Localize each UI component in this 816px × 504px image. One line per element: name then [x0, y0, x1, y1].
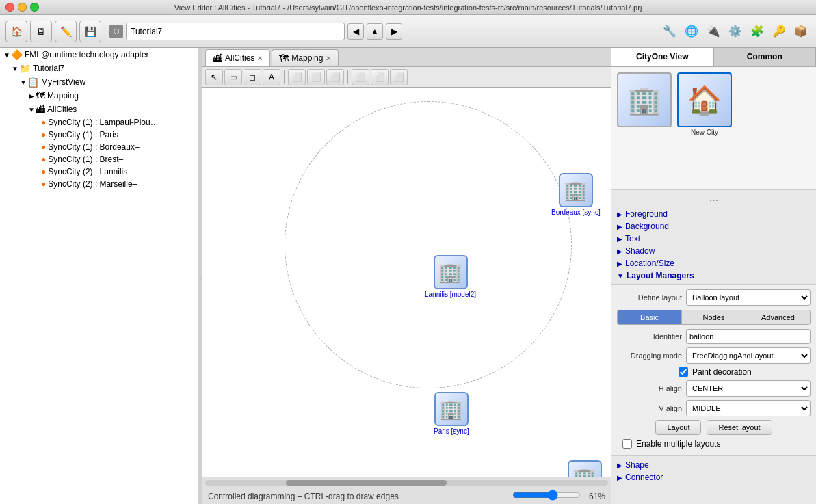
prop-connector[interactable]: ▶ Connector — [611, 471, 816, 483]
nav-back-button[interactable]: ◀ — [347, 23, 364, 40]
close-button[interactable] — [5, 3, 14, 12]
view-button[interactable]: 🖥 — [30, 21, 52, 42]
h-align-label: H align — [617, 384, 682, 393]
dragging-mode-select[interactable]: FreeDiaggingAndLayout — [686, 347, 811, 364]
prop-background[interactable]: ▶ Background — [611, 220, 816, 233]
preview-item-1[interactable]: 🏢 — [617, 72, 672, 127]
identifier-input[interactable] — [686, 329, 811, 344]
select2-tool-button[interactable]: ◻ — [244, 69, 261, 85]
tab-mapping[interactable]: 🗺 Mapping ✕ — [272, 49, 339, 66]
dist-v-button[interactable]: ⬜ — [371, 69, 389, 85]
rp-tab-cityoneview[interactable]: CityOne View — [611, 48, 714, 66]
rp-tab-common[interactable]: Common — [714, 48, 817, 66]
nav-forward-button[interactable]: ▶ — [386, 23, 402, 40]
canvas-scrollbar[interactable] — [202, 477, 611, 488]
tab-allcities-close[interactable]: ✕ — [257, 55, 263, 62]
mapping-icon: 🗺 — [36, 90, 45, 101]
v-align-select[interactable]: MIDDLE — [686, 400, 811, 416]
node-marseille[interactable]: 🏢 Marseille [model2] — [558, 460, 611, 477]
preview-item-2[interactable]: 🏠 — [677, 72, 732, 127]
plugin-icon-5[interactable]: 🧩 — [748, 22, 767, 41]
toolbar-separator-2 — [347, 70, 348, 84]
edit-button[interactable]: ✏️ — [55, 21, 77, 42]
enable-multiple-row: Enable multiple layouts — [617, 439, 811, 449]
prop-shadow[interactable]: ▶ Shadow — [611, 245, 816, 257]
tree-item-sync6[interactable]: ● SyncCity (2) : Marseille– — [0, 178, 198, 190]
dragging-mode-row: Dragging mode FreeDiaggingAndLayout — [617, 347, 811, 364]
lt-tab-nodes[interactable]: Nodes — [682, 310, 746, 324]
align-left-button[interactable]: ⬜ — [288, 69, 306, 85]
tab-allcities[interactable]: 🏙 AllCities ✕ — [205, 49, 270, 66]
dist-h-button[interactable]: ⬜ — [352, 69, 369, 85]
right-panel: CityOne View Common 🏢 🏠 New City ··· ▶ F… — [611, 48, 816, 504]
tree-item-sync3[interactable]: ● SyncCity (1) : Bordeaux– — [0, 141, 198, 153]
zoom-slider[interactable] — [512, 490, 581, 501]
plugin-icon-4[interactable]: ⚙️ — [726, 22, 745, 41]
diagram-canvas[interactable]: 🏢 Bordeaux [sync] 🏢 Brest [sync] 🏢 Lampa… — [202, 88, 611, 477]
prop-arrow-connector: ▶ — [617, 474, 622, 481]
v-align-label: V align — [617, 404, 682, 412]
select-tool-button[interactable]: ↖ — [205, 69, 223, 85]
v-align-row: V align MIDDLE — [617, 400, 811, 416]
tree-item-sync2[interactable]: ● SyncCity (1) : Paris– — [0, 129, 198, 141]
top-toolbar: 🏠 🖥 ✏️ 💾 ⬡ ◀ ▲ ▶ 🔧 🌐 🔌 ⚙️ 🧩 🔑 📦 — [0, 15, 816, 48]
plugin-icon-1[interactable]: 🔧 — [660, 22, 679, 41]
tree-item-label: SyncCity (2) : Marseille– — [48, 179, 137, 189]
prop-foreground[interactable]: ▶ Foreground — [611, 208, 816, 220]
tree-item-allcities[interactable]: ▼ 🏙 AllCities — [0, 103, 198, 116]
tree-item-tutorial7[interactable]: ▼ 📁 Tutorial7 — [0, 62, 198, 75]
plugin-icon-2[interactable]: 🌐 — [682, 22, 701, 41]
maximize-button[interactable] — [30, 3, 39, 12]
scroll-track[interactable] — [205, 480, 608, 486]
tree-item-myfirstview[interactable]: ▼ 📋 MyFirstView — [0, 75, 198, 89]
align-center-button[interactable]: ⬜ — [307, 69, 325, 85]
layout-button[interactable]: Layout — [655, 420, 701, 435]
tree-item-fml[interactable]: ▼ 🔶 FML@runtime technology adapter — [0, 48, 198, 62]
window-controls[interactable] — [5, 3, 39, 12]
paint-decoration-label: Paint decoration — [692, 367, 752, 377]
plugin-icon-6[interactable]: 🔑 — [769, 22, 789, 41]
h-align-select[interactable]: CENTER — [686, 380, 811, 397]
node-lannilis[interactable]: 🏢 Lannilis [model2] — [425, 255, 476, 298]
plugin-icon-7[interactable]: 📦 — [791, 22, 811, 41]
allcities-icon: 🏙 — [36, 104, 45, 115]
identifier-label: Identifier — [617, 332, 682, 341]
status-text: Controlled diagramming – CTRL-drag to dr… — [208, 492, 399, 501]
lt-tab-basic[interactable]: Basic — [618, 310, 682, 324]
dist-3-button[interactable]: ⬜ — [390, 69, 408, 85]
node-paris[interactable]: 🏢 Paris [sync] — [434, 392, 469, 435]
scroll-thumb[interactable] — [286, 480, 447, 486]
tree-item-mapping[interactable]: ▶ 🗺 Mapping — [0, 89, 198, 103]
address-input[interactable] — [126, 23, 345, 40]
reset-layout-button[interactable]: Reset layout — [707, 420, 772, 435]
node-bordeaux[interactable]: 🏢 Bordeaux [sync] — [551, 173, 601, 216]
prop-shape[interactable]: ▶ Shape — [611, 459, 816, 471]
tree-item-sync5[interactable]: ● SyncCity (2) : Lannilis– — [0, 165, 198, 178]
paint-decoration-checkbox[interactable] — [679, 367, 688, 377]
save-button[interactable]: 💾 — [79, 21, 101, 42]
align-right-button[interactable]: ⬜ — [326, 69, 344, 85]
tab-allcities-icon: 🏙 — [213, 53, 222, 64]
properties-section: ··· ▶ Foreground ▶ Background ▶ Text ▶ S… — [611, 190, 816, 284]
zoom-area — [510, 490, 583, 503]
plugin-icon-3[interactable]: 🔌 — [704, 22, 723, 41]
tab-mapping-close[interactable]: ✕ — [326, 55, 331, 62]
tree-item-sync1[interactable]: ● SyncCity (1) : Lampaul-Plou… — [0, 116, 198, 129]
tree-arrow: ▼ — [27, 106, 36, 114]
minimize-button[interactable] — [18, 3, 27, 12]
prop-location-size[interactable]: ▶ Location/Size — [611, 257, 816, 269]
prop-layout-managers[interactable]: ▼ Layout Managers — [611, 269, 816, 282]
tree-arrow: ▼ — [3, 51, 11, 59]
home-button[interactable]: 🏠 — [5, 21, 27, 42]
tree-arrow: ▼ — [19, 79, 27, 86]
dot-icon: ● — [41, 142, 46, 152]
prop-text[interactable]: ▶ Text — [611, 233, 816, 245]
tree-item-label: SyncCity (1) : Brest– — [48, 155, 123, 164]
tree-item-sync4[interactable]: ● SyncCity (1) : Brest– — [0, 153, 198, 165]
text-tool-button[interactable]: A — [263, 69, 280, 85]
define-layout-select[interactable]: Balloon layout — [686, 289, 811, 306]
enable-multiple-checkbox[interactable] — [622, 439, 632, 449]
lt-tab-advanced[interactable]: Advanced — [746, 310, 810, 324]
nav-up-button[interactable]: ▲ — [367, 23, 383, 40]
rect-tool-button[interactable]: ▭ — [224, 69, 242, 85]
